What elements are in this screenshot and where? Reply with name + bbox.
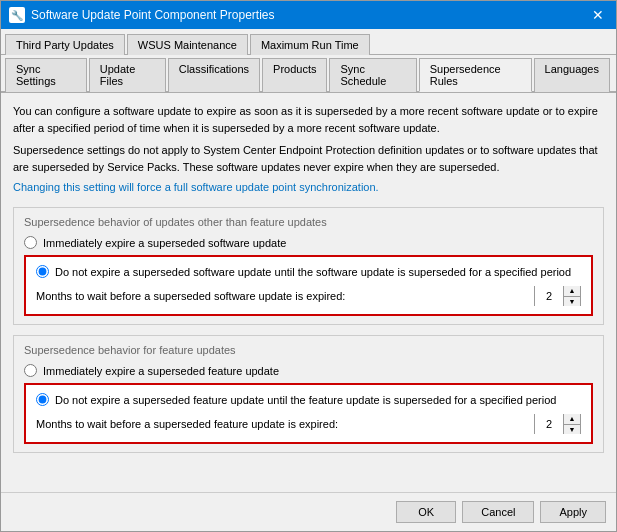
radio-donot-expire-feature[interactable] — [36, 393, 49, 406]
cancel-button[interactable]: Cancel — [462, 501, 534, 523]
tabs-row2: Sync Settings Update Files Classificatio… — [1, 55, 616, 93]
radio-donot-expire-feature-label: Do not expire a superseded feature updat… — [55, 394, 556, 406]
radio-immediately-expire-label: Immediately expire a superseded software… — [43, 237, 286, 249]
content-area: You can configure a software update to e… — [1, 93, 616, 492]
months-input-1[interactable] — [535, 286, 563, 306]
tabs-row1: Third Party Updates WSUS Maintenance Max… — [1, 29, 616, 55]
tab-supersedence-rules[interactable]: Supersedence Rules — [419, 58, 532, 92]
tab-sync-settings[interactable]: Sync Settings — [5, 58, 87, 92]
apply-button[interactable]: Apply — [540, 501, 606, 523]
radio-row-1b: Do not expire a superseded software upda… — [36, 265, 581, 278]
tab-classifications[interactable]: Classifications — [168, 58, 260, 92]
spinner-buttons-1: ▲ ▼ — [563, 286, 580, 306]
tab-third-party-updates[interactable]: Third Party Updates — [5, 34, 125, 55]
close-button[interactable]: ✕ — [588, 5, 608, 25]
window-title: Software Update Point Component Properti… — [31, 8, 274, 22]
app-icon: 🔧 — [9, 7, 25, 23]
tab-maximum-run-time[interactable]: Maximum Run Time — [250, 34, 370, 55]
section-non-feature-updates: Supersedence behavior of updates other t… — [13, 207, 604, 325]
radio-immediately-expire-feature-label: Immediately expire a superseded feature … — [43, 365, 279, 377]
radio-immediately-expire-feature[interactable] — [24, 364, 37, 377]
months-label-2: Months to wait before a superseded featu… — [36, 418, 338, 430]
window: 🔧 Software Update Point Component Proper… — [0, 0, 617, 532]
tab-wsus-maintenance[interactable]: WSUS Maintenance — [127, 34, 248, 55]
radio-donot-expire[interactable] — [36, 265, 49, 278]
description-1: You can configure a software update to e… — [13, 103, 604, 136]
months-spinner-1: ▲ ▼ — [534, 286, 581, 306]
months-spinner-2: ▲ ▼ — [534, 414, 581, 434]
section1-title: Supersedence behavior of updates other t… — [24, 216, 593, 228]
bottom-bar: OK Cancel Apply — [1, 492, 616, 531]
radio-row-2a: Immediately expire a superseded feature … — [24, 364, 593, 377]
radio-row-2b: Do not expire a superseded feature updat… — [36, 393, 581, 406]
section2-title: Supersedence behavior for feature update… — [24, 344, 593, 356]
selected-box-2: Do not expire a superseded feature updat… — [24, 383, 593, 444]
spinner-up-2[interactable]: ▲ — [564, 414, 580, 425]
months-label-1: Months to wait before a superseded softw… — [36, 290, 345, 302]
radio-immediately-expire[interactable] — [24, 236, 37, 249]
radio-row-1a: Immediately expire a superseded software… — [24, 236, 593, 249]
spinner-down-1[interactable]: ▼ — [564, 297, 580, 307]
spinner-up-1[interactable]: ▲ — [564, 286, 580, 297]
spinner-down-2[interactable]: ▼ — [564, 425, 580, 435]
description-3: Changing this setting will force a full … — [13, 181, 604, 193]
title-bar: 🔧 Software Update Point Component Proper… — [1, 1, 616, 29]
section-feature-updates: Supersedence behavior for feature update… — [13, 335, 604, 453]
description-2: Supersedence settings do not apply to Sy… — [13, 142, 604, 175]
tab-sync-schedule[interactable]: Sync Schedule — [329, 58, 416, 92]
tab-products[interactable]: Products — [262, 58, 327, 92]
title-bar-left: 🔧 Software Update Point Component Proper… — [9, 7, 274, 23]
tab-update-files[interactable]: Update Files — [89, 58, 166, 92]
months-input-2[interactable] — [535, 414, 563, 434]
ok-button[interactable]: OK — [396, 501, 456, 523]
spinner-buttons-2: ▲ ▼ — [563, 414, 580, 434]
selected-box-1: Do not expire a superseded software upda… — [24, 255, 593, 316]
months-row-2: Months to wait before a superseded featu… — [36, 414, 581, 434]
radio-donot-expire-label: Do not expire a superseded software upda… — [55, 266, 571, 278]
tab-languages[interactable]: Languages — [534, 58, 610, 92]
months-row-1: Months to wait before a superseded softw… — [36, 286, 581, 306]
